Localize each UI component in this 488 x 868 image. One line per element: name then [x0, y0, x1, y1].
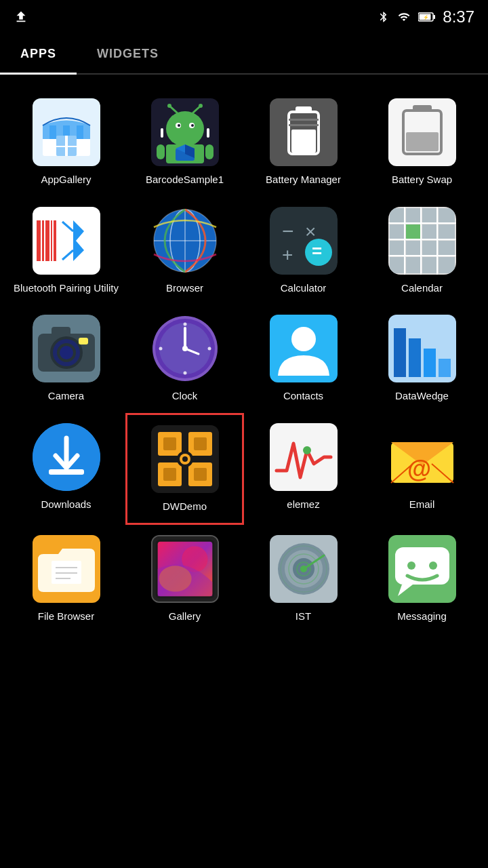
svg-rect-119: [194, 437, 207, 450]
app-item-appgallery[interactable]: AppGallery: [7, 88, 125, 197]
svg-point-99: [182, 346, 188, 351]
svg-point-102: [183, 372, 186, 375]
svg-rect-27: [157, 144, 165, 159]
status-icons: ⚡ 8:37: [378, 7, 474, 26]
svg-rect-108: [409, 338, 421, 377]
svg-rect-71: [439, 224, 455, 239]
app-item-browser[interactable]: Browser: [125, 197, 244, 305]
svg-point-101: [207, 347, 211, 351]
svg-rect-67: [439, 208, 455, 223]
svg-rect-112: [49, 469, 84, 475]
svg-point-150: [407, 561, 415, 570]
app-item-barcodesample1[interactable]: BarcodeSample1: [125, 88, 244, 197]
svg-point-25: [199, 104, 203, 108]
app-icon-calendar: [388, 207, 456, 275]
app-item-calculator[interactable]: − × + = Calculator: [244, 197, 363, 305]
upload-icon: [14, 9, 28, 24]
svg-rect-73: [406, 241, 421, 256]
app-item-filebrowser[interactable]: File Browser: [7, 525, 125, 633]
svg-text:×: ×: [305, 221, 316, 242]
svg-rect-45: [37, 220, 41, 261]
app-item-batteryswap[interactable]: Battery Swap: [363, 88, 481, 197]
svg-rect-28: [205, 144, 214, 159]
app-label-dwdemo: DWDemo: [163, 500, 207, 513]
svg-point-92: [60, 346, 73, 359]
tab-apps[interactable]: APPS: [0, 34, 77, 73]
app-item-contacts[interactable]: Contacts: [244, 304, 363, 413]
app-item-elemez[interactable]: elemez: [244, 413, 363, 526]
app-item-clock[interactable]: Clock: [125, 304, 244, 413]
app-label-ist: IST: [296, 610, 311, 623]
app-icon-barcodesample1: [151, 98, 219, 166]
svg-text:⚡: ⚡: [423, 14, 429, 20]
svg-rect-79: [439, 257, 455, 273]
svg-rect-32: [161, 128, 163, 138]
app-item-ist[interactable]: IST: [244, 525, 363, 633]
app-label-contacts: Contacts: [283, 389, 323, 403]
svg-rect-1: [434, 15, 436, 19]
svg-rect-11: [77, 125, 83, 139]
svg-rect-121: [194, 468, 207, 481]
svg-text:=: =: [312, 241, 322, 261]
app-label-batteryswap: Battery Swap: [392, 173, 452, 186]
svg-rect-42: [413, 105, 432, 112]
app-item-downloads[interactable]: Downloads: [7, 413, 125, 526]
app-label-calendar: Calendar: [401, 281, 443, 295]
svg-point-124: [182, 456, 188, 462]
app-icon-email: @: [388, 423, 456, 491]
bluetooth-icon: [378, 9, 390, 24]
app-icon-browser: [151, 207, 219, 275]
svg-rect-65: [406, 208, 421, 223]
svg-rect-39: [289, 119, 319, 121]
app-icon-clock: [151, 315, 219, 382]
app-label-email: Email: [409, 498, 435, 511]
app-item-messaging[interactable]: Messaging: [363, 525, 481, 633]
svg-point-151: [429, 561, 437, 570]
svg-rect-110: [439, 359, 451, 377]
svg-point-20: [178, 124, 180, 127]
app-item-calendar[interactable]: Calendar: [363, 197, 481, 305]
battery-icon: ⚡: [418, 11, 436, 23]
svg-point-147: [300, 566, 307, 572]
svg-rect-72: [390, 241, 405, 256]
app-item-bluetoothpairingutility[interactable]: Bluetooth Pairing Utility: [7, 197, 125, 305]
app-icon-appgallery: [33, 98, 100, 166]
app-item-email[interactable]: @ Email: [363, 413, 481, 526]
svg-rect-107: [394, 328, 406, 377]
svg-rect-77: [406, 257, 421, 273]
app-icon-camera: [33, 315, 100, 382]
svg-rect-57: [270, 207, 338, 275]
svg-text:+: +: [282, 244, 293, 265]
app-label-elemez: elemez: [287, 498, 319, 511]
app-icon-elemez: [270, 423, 338, 491]
app-label-filebrowser: File Browser: [38, 610, 94, 623]
svg-rect-66: [422, 208, 437, 223]
tab-bar: APPS WIDGETS: [0, 34, 488, 75]
app-icon-downloads: [33, 423, 100, 491]
svg-rect-47: [45, 220, 49, 261]
app-item-datawedge[interactable]: DataWedge: [363, 304, 481, 413]
svg-rect-88: [52, 327, 70, 336]
svg-rect-69: [406, 224, 421, 239]
svg-text:−: −: [282, 220, 294, 242]
svg-rect-64: [390, 208, 405, 223]
app-icon-contacts: [270, 315, 338, 382]
svg-rect-38: [289, 124, 319, 126]
svg-rect-70: [422, 224, 437, 239]
app-label-appgallery: AppGallery: [41, 173, 91, 186]
app-icon-filebrowser: [33, 535, 100, 603]
app-label-batterymanager: Battery Manager: [266, 173, 341, 186]
app-label-downloads: Downloads: [41, 498, 91, 511]
app-icon-batteryswap: [388, 98, 456, 166]
svg-rect-12: [83, 125, 90, 139]
svg-rect-6: [43, 125, 49, 139]
svg-rect-36: [296, 106, 312, 113]
app-item-dwdemo[interactable]: DWDemo: [125, 413, 244, 526]
app-item-camera[interactable]: Camera: [7, 304, 125, 413]
svg-rect-74: [422, 241, 437, 256]
app-item-gallery[interactable]: Gallery: [125, 525, 244, 633]
tab-widgets[interactable]: WIDGETS: [77, 34, 179, 73]
svg-point-103: [159, 347, 162, 351]
app-label-calculator: Calculator: [281, 281, 327, 295]
app-item-batterymanager[interactable]: Battery Manager: [244, 88, 363, 197]
